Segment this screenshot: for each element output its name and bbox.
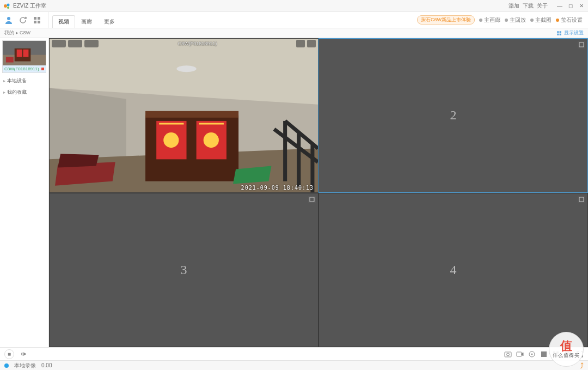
osd-top: C8W(F01818911): [50, 40, 318, 47]
rec-indicator-icon: [41, 68, 44, 70]
svg-rect-6: [34, 21, 36, 23]
svg-rect-43: [553, 351, 555, 354]
svg-point-38: [507, 353, 510, 356]
display-settings-link[interactable]: 显示设置: [556, 29, 584, 37]
osd-camera-name: C8W(F01818911): [178, 41, 217, 46]
link-gallery[interactable]: 主画廊: [479, 16, 500, 24]
tab-gallery[interactable]: 画廊: [75, 15, 98, 28]
svg-rect-44: [556, 351, 559, 354]
cell-number: 2: [450, 108, 457, 123]
tab-more[interactable]: 更多: [98, 15, 121, 28]
grid-cell-1[interactable]: C8W(F01818911) 2021-09-09 18:40:13: [49, 38, 318, 193]
layout4-icon[interactable]: [552, 350, 560, 358]
titlebar-item[interactable]: 下载: [523, 2, 534, 10]
app-logo-icon: [3, 2, 11, 10]
audio-icon[interactable]: 🕪: [19, 349, 28, 359]
svg-rect-54: [567, 356, 569, 357]
svg-marker-31: [58, 154, 99, 167]
ptz-icon[interactable]: [528, 350, 536, 358]
svg-rect-4: [34, 17, 36, 20]
svg-rect-47: [565, 351, 567, 353]
maximize-button[interactable]: ◻: [567, 3, 574, 9]
link-playback[interactable]: 主回放: [505, 16, 526, 24]
svg-rect-35: [310, 197, 314, 202]
cell-number: 3: [181, 263, 187, 277]
titlebar-item[interactable]: 关于: [537, 2, 548, 10]
svg-rect-16: [23, 50, 29, 57]
record-icon[interactable]: [516, 350, 524, 358]
expand-icon[interactable]: [578, 41, 585, 48]
layout1-icon[interactable]: [540, 350, 548, 358]
layout9-icon[interactable]: [564, 350, 572, 358]
sidebar: C8W(F01818911) 本地设备 我的收藏: [0, 38, 49, 347]
status-text: 本地录像: [14, 362, 36, 369]
svg-rect-11: [560, 33, 561, 35]
status-dot-icon: [4, 363, 9, 368]
svg-point-0: [4, 4, 7, 8]
toolbar: 视频 画廊 更多 萤石C6W新品上市体验 主画廊 主回放 主截图 萤石设置: [0, 12, 588, 28]
grid-cell-3[interactable]: 3: [49, 193, 318, 347]
minimize-button[interactable]: —: [556, 3, 563, 9]
svg-rect-39: [517, 352, 522, 356]
svg-rect-10: [557, 33, 559, 35]
title-bar: EZVIZ 工作室 添加 下载 关于 — ◻ ✕: [0, 0, 588, 12]
titlebar-right: 添加 下载 关于 — ◻ ✕: [509, 2, 585, 10]
osd-icon: [68, 40, 82, 47]
grid-cell-2[interactable]: 2: [318, 38, 588, 193]
sidebar-item-local[interactable]: 本地设备: [0, 75, 48, 87]
video-grid: C8W(F01818911) 2021-09-09 18:40:13 2 3 4: [49, 38, 588, 347]
expand-icon[interactable]: [578, 196, 585, 203]
svg-rect-45: [553, 355, 555, 357]
svg-rect-37: [505, 352, 511, 357]
svg-rect-36: [579, 197, 584, 202]
svg-rect-48: [567, 351, 569, 353]
tabs: 视频 画廊 更多: [49, 12, 121, 28]
fullscreen-icon[interactable]: [576, 350, 584, 358]
sidebar-item-fav[interactable]: 我的收藏: [0, 87, 48, 98]
snapshot-icon[interactable]: [504, 350, 512, 358]
promo-badge[interactable]: 萤石C6W新品上市体验: [417, 15, 475, 25]
control-bar: ■ 🕪: [0, 347, 588, 360]
svg-rect-23: [145, 111, 238, 118]
osd-icon: [307, 40, 316, 47]
link-snapshot[interactable]: 主截图: [530, 16, 552, 24]
osd-icon: [84, 40, 99, 47]
camera-thumbnail[interactable]: C8W(F01818911): [2, 40, 46, 73]
app-title: EZVIZ 工作室: [13, 2, 46, 10]
refresh-icon[interactable]: [19, 16, 27, 25]
svg-point-2: [7, 7, 9, 9]
stop-button[interactable]: ■: [4, 349, 14, 359]
svg-rect-52: [569, 354, 571, 355]
grid-cell-4[interactable]: 4: [318, 193, 588, 347]
svg-rect-49: [569, 351, 571, 353]
svg-rect-5: [38, 17, 40, 20]
svg-point-3: [7, 17, 10, 20]
main-area: C8W(F01818911) 本地设备 我的收藏: [0, 38, 588, 347]
svg-rect-55: [569, 356, 571, 357]
tab-video[interactable]: 视频: [52, 15, 75, 28]
brand-icon: ⤴: [580, 361, 584, 370]
status-value: 0.00: [41, 362, 52, 368]
svg-rect-42: [541, 351, 547, 357]
svg-rect-34: [579, 43, 584, 47]
titlebar-item[interactable]: 添加: [509, 2, 519, 10]
cell-number: 4: [450, 263, 457, 277]
svg-rect-17: [6, 57, 14, 63]
grid-icon[interactable]: [33, 16, 41, 25]
svg-rect-7: [38, 21, 40, 23]
osd-icon: [296, 40, 305, 47]
link-settings[interactable]: 萤石设置: [556, 16, 583, 24]
crumb-bar: 我的 ▸ C8W 显示设置: [0, 28, 588, 38]
svg-point-33: [176, 65, 196, 72]
close-button[interactable]: ✕: [578, 3, 585, 9]
breadcrumb: 我的 ▸ C8W: [4, 29, 30, 37]
osd-timestamp: 2021-09-09 18:40:13: [241, 185, 314, 191]
svg-rect-8: [557, 31, 559, 33]
user-icon[interactable]: [4, 16, 13, 25]
svg-point-28: [163, 132, 179, 148]
svg-rect-46: [556, 355, 559, 357]
osd-icon: [52, 40, 66, 47]
expand-icon[interactable]: [308, 196, 316, 203]
svg-rect-51: [567, 354, 569, 355]
svg-rect-53: [565, 356, 567, 357]
